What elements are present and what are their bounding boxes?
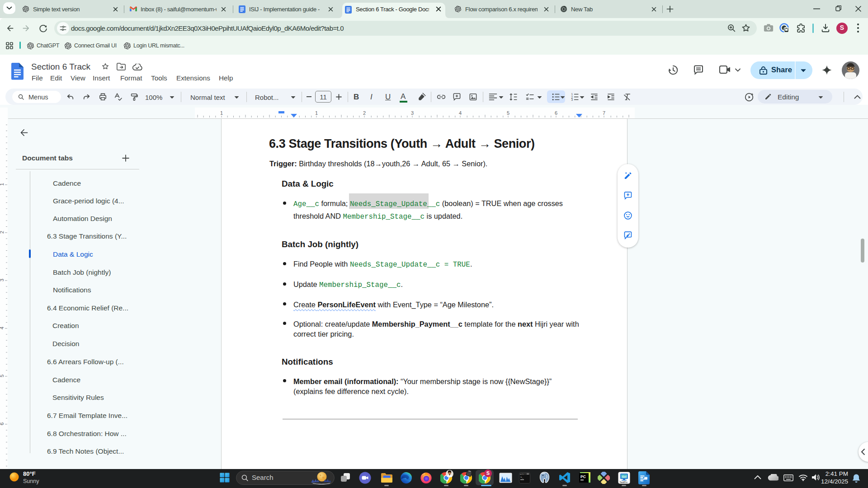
svg-text:6: 6 <box>555 110 557 116</box>
svg-text:2: 2 <box>363 110 366 116</box>
svg-text:C:\: C:\ <box>520 474 524 475</box>
svg-text:>_: >_ <box>520 476 524 479</box>
svg-text:3: 3 <box>571 98 573 101</box>
svg-text:1: 1 <box>220 110 223 116</box>
svg-text:Go!: Go! <box>622 475 627 478</box>
svg-text:1: 1 <box>0 183 5 186</box>
svg-text:3: 3 <box>0 279 5 282</box>
svg-text:7: 7 <box>603 110 605 116</box>
svg-text:6: 6 <box>0 422 5 425</box>
svg-text:5: 5 <box>507 110 509 116</box>
svg-text:5: 5 <box>0 375 5 377</box>
svg-text:3: 3 <box>411 110 414 116</box>
svg-text:4: 4 <box>0 327 5 329</box>
svg-text:1: 1 <box>315 110 318 116</box>
svg-text:PC: PC <box>580 474 586 479</box>
svg-text:TaskPro: TaskPro <box>620 481 628 483</box>
svg-text:4: 4 <box>459 110 462 116</box>
svg-text:2: 2 <box>0 231 5 234</box>
